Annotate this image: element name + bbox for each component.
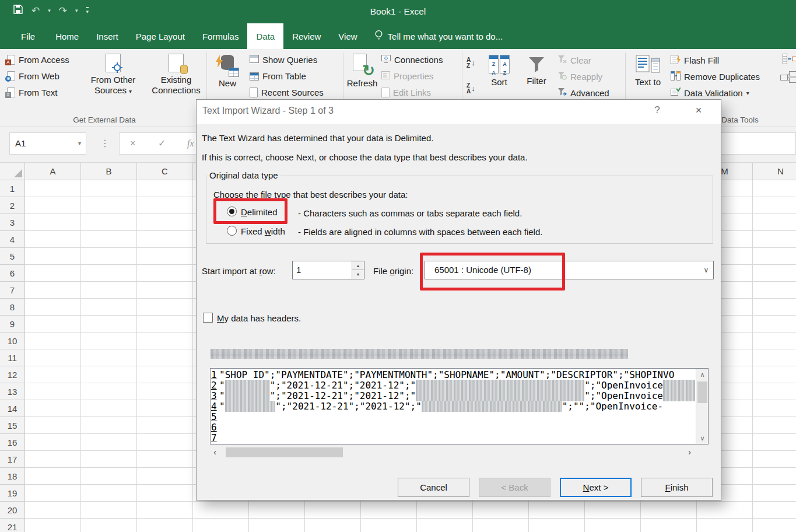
preview-text: " [219, 401, 225, 412]
sort-button[interactable]: ZA AZ Sort [483, 49, 516, 87]
row-header-15[interactable]: 15 [0, 417, 25, 434]
chevron-down-icon[interactable]: ∨ [699, 261, 713, 279]
row-header-1[interactable]: 1 [0, 180, 25, 197]
refresh-all-button[interactable]: ↻ Refresh [345, 49, 379, 88]
connections-button[interactable]: Connections [381, 55, 443, 65]
scroll-up-button[interactable]: ∧ [696, 369, 709, 380]
preview-line-number: 3 [211, 391, 219, 401]
scroll-right-button[interactable]: › [685, 447, 695, 458]
relationships-icon [780, 71, 796, 85]
from-access-button[interactable]: A From Access [7, 55, 69, 65]
dropdown-caret-icon: ▾ [746, 90, 749, 96]
preview-line-2: 2"████████";"2021-12-21";"2021-12";"████… [211, 380, 695, 391]
dialog-help-button[interactable]: ? [649, 104, 665, 120]
row-header-21[interactable]: 21 [0, 519, 25, 532]
row-header-16[interactable]: 16 [0, 434, 25, 451]
dialog-title: Text Import Wizard - Step 1 of 3 [202, 106, 334, 116]
dialog-close-button[interactable]: × [690, 104, 707, 120]
censored-text: ███████ [663, 390, 695, 401]
column-header-C[interactable]: C [137, 163, 193, 180]
censored-text: ████████ [225, 390, 270, 401]
row-header-4[interactable]: 4 [0, 231, 25, 248]
tab-page-layout[interactable]: Page Layout [127, 23, 194, 49]
name-box-caret-icon[interactable]: ▾ [78, 133, 81, 154]
row-header-2[interactable]: 2 [0, 197, 25, 214]
row-header-9[interactable]: 9 [0, 316, 25, 332]
preview-horizontal-scrollbar[interactable]: ‹ › [210, 447, 695, 458]
sort-za-icon[interactable]: ZA↓ [467, 83, 475, 94]
row-header-7[interactable]: 7 [0, 282, 25, 299]
cancel-button[interactable]: Cancel [398, 478, 469, 497]
sort-az-icon[interactable]: AZ↓ [467, 57, 475, 69]
row-header-17[interactable]: 17 [0, 451, 25, 468]
advanced-filter-button[interactable]: Advanced [557, 88, 609, 98]
new-query-button[interactable]: New [209, 49, 246, 88]
text-to-columns-button[interactable]: Text to [629, 49, 667, 87]
row-header-13[interactable]: 13 [0, 383, 25, 400]
consolidate-button[interactable] [783, 54, 796, 66]
spinner-down-button[interactable]: ▼ [352, 270, 364, 279]
insert-function-icon[interactable]: fx [187, 133, 194, 154]
from-text-button[interactable]: ≡ From Text [7, 88, 57, 97]
tab-view[interactable]: View [329, 23, 366, 49]
existing-connections-button[interactable]: Existing Connections [148, 49, 204, 96]
row-header-5[interactable]: 5 [0, 248, 25, 265]
horizontal-scroll-thumb[interactable] [226, 447, 343, 457]
start-row-spinner[interactable]: 1 ▲ ▼ [292, 261, 364, 279]
formula-bar-drag-handle[interactable]: ⋮ [100, 133, 110, 154]
scroll-down-button[interactable]: ∨ [696, 432, 709, 444]
recent-sources-button[interactable]: Recent Sources [250, 88, 324, 97]
tab-home[interactable]: Home [47, 23, 87, 49]
tab-review[interactable]: Review [283, 23, 329, 49]
column-header-N[interactable]: N [753, 163, 796, 180]
column-header-A[interactable]: A [25, 163, 81, 180]
column-header-B[interactable]: B [81, 163, 137, 180]
fixed-width-radio[interactable] [227, 226, 237, 236]
preview-vertical-scrollbar[interactable]: ∧ ∨ [696, 369, 708, 444]
formula-cancel-icon[interactable]: × [130, 133, 135, 154]
spinner-up-button[interactable]: ▲ [352, 261, 364, 270]
tab-formulas[interactable]: Formulas [194, 23, 248, 49]
flash-fill-button[interactable]: Flash Fill [671, 55, 719, 66]
vertical-scroll-thumb[interactable] [697, 382, 707, 403]
filter-button[interactable]: Filter [519, 49, 554, 86]
tab-data[interactable]: Data [247, 23, 283, 49]
finish-button[interactable]: Finish [641, 478, 713, 497]
web-file-icon: ⊕ [7, 71, 15, 81]
row-header-19[interactable]: 19 [0, 485, 25, 502]
from-web-button[interactable]: ⊕ From Web [7, 71, 59, 81]
name-box[interactable]: A1 ▾ [9, 132, 86, 155]
file-preview-box: 1"SHOP_ID";"PAYMENTDATE";"PAYMENTMONTH";… [210, 368, 709, 444]
data-validation-button[interactable]: Data Validation ▾ [671, 88, 749, 99]
tab-file[interactable]: File [9, 23, 47, 49]
row-header-12[interactable]: 12 [0, 366, 25, 383]
other-sources-icon [106, 54, 121, 72]
row-header-10[interactable]: 10 [0, 332, 25, 349]
next-button[interactable]: Next > [560, 478, 632, 497]
relationships-button[interactable] [780, 71, 796, 85]
tell-me-box[interactable]: Tell me what you want to do... [366, 23, 511, 49]
fixed-width-radio-label[interactable]: Fixed width [241, 226, 285, 236]
scroll-left-button[interactable]: ‹ [210, 447, 220, 458]
row-header-20[interactable]: 20 [0, 502, 25, 519]
my-data-has-headers-label[interactable]: My data has headers. [217, 313, 301, 323]
preview-text: ";"";"OpenInvoice- [562, 401, 663, 412]
row-header-8[interactable]: 8 [0, 299, 25, 316]
clear-filter-icon [557, 55, 567, 65]
show-queries-button[interactable]: Show Queries [250, 55, 317, 65]
from-other-sources-button[interactable]: From Other Sources ▾ [85, 49, 141, 97]
dialog-title-bar[interactable]: Text Import Wizard - Step 1 of 3 ? × [197, 100, 721, 124]
formula-enter-icon[interactable]: ✓ [158, 133, 166, 154]
my-data-has-headers-checkbox[interactable] [203, 313, 213, 323]
select-all-button[interactable] [0, 163, 25, 180]
row-header-6[interactable]: 6 [0, 265, 25, 282]
from-table-button[interactable]: From Table [250, 71, 306, 81]
tab-insert[interactable]: Insert [87, 23, 127, 49]
start-row-value[interactable]: 1 [296, 261, 301, 279]
row-header-3[interactable]: 3 [0, 214, 25, 231]
remove-duplicates-button[interactable]: Remove Duplicates [671, 71, 760, 82]
row-header-14[interactable]: 14 [0, 400, 25, 417]
clear-filter-button: Clear [557, 55, 591, 65]
row-header-18[interactable]: 18 [0, 468, 25, 485]
row-header-11[interactable]: 11 [0, 349, 25, 366]
